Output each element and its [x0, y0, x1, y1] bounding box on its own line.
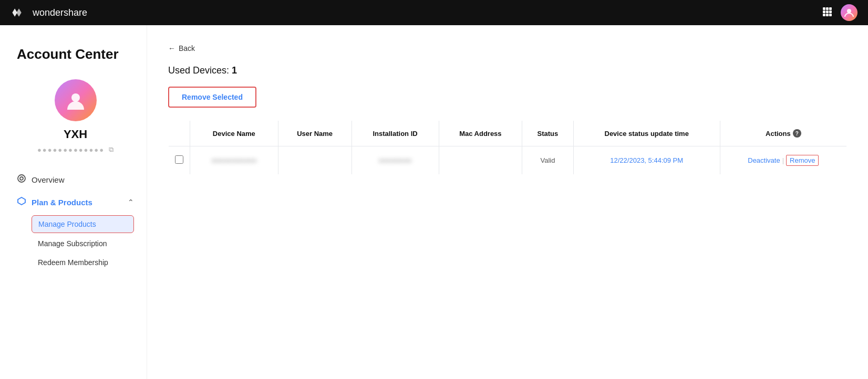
grid-icon[interactable] — [822, 6, 832, 19]
logo-text: wondershare — [33, 7, 87, 18]
used-devices-count: 1 — [232, 65, 237, 76]
user-avatar-section: YXH ●●●●●●●●●●●●● ⧉ — [17, 79, 134, 154]
copy-icon[interactable]: ⧉ — [109, 145, 113, 154]
devices-table: Device Name User Name Installation ID Ma… — [168, 120, 847, 175]
avatar[interactable] — [841, 4, 857, 21]
remove-selected-button[interactable]: Remove Selected — [168, 87, 256, 108]
svg-rect-2 — [829, 7, 832, 10]
svg-point-9 — [847, 9, 851, 13]
chevron-up-icon: ⌃ — [128, 198, 134, 206]
row-installation-id: ●●●●●●●● — [352, 146, 439, 175]
row-status: Valid — [522, 146, 573, 175]
installation-id-blurred: ●●●●●●●● — [379, 156, 412, 164]
table-header-device-name: Device Name — [190, 121, 278, 146]
user-name: YXH — [64, 128, 87, 141]
table-header-actions: Actions ? — [720, 121, 846, 146]
back-arrow-icon: ← — [168, 44, 175, 52]
user-email-row: ●●●●●●●●●●●●● ⧉ — [37, 145, 113, 154]
table-header-update-time: Device status update time — [573, 121, 720, 146]
back-button[interactable]: ← Back — [168, 44, 847, 52]
sidebar-item-manage-subscription[interactable]: Manage Subscription — [32, 235, 134, 252]
svg-point-11 — [18, 175, 25, 182]
plan-products-label: Plan & Products — [32, 198, 92, 207]
svg-point-12 — [20, 177, 23, 180]
svg-rect-5 — [829, 10, 832, 13]
overview-icon — [17, 174, 26, 186]
sidebar-item-plan-products[interactable]: Plan & Products ⌃ — [17, 191, 134, 213]
deactivate-button[interactable]: Deactivate — [748, 156, 780, 164]
svg-rect-4 — [826, 10, 829, 13]
sidebar-item-redeem-membership[interactable]: Redeem Membership — [32, 254, 134, 271]
action-separator: | — [782, 156, 784, 164]
sidebar-title: Account Center — [17, 46, 134, 62]
row-user-name — [278, 146, 352, 175]
sidebar-item-overview[interactable]: Overview — [17, 169, 134, 191]
used-devices-prefix: Used Devices: — [168, 65, 232, 76]
back-label: Back — [179, 44, 195, 52]
plan-products-icon — [17, 196, 26, 208]
svg-point-10 — [71, 93, 80, 102]
sub-nav: Manage Products Manage Subscription Rede… — [17, 215, 134, 271]
svg-rect-8 — [829, 14, 832, 16]
overview-label: Overview — [32, 175, 65, 184]
main-layout: Account Center YXH ●●●●●●●●●●●●● ⧉ — [0, 25, 868, 379]
logo: wondershare — [11, 7, 87, 18]
row-checkbox-cell — [169, 146, 190, 175]
sidebar: Account Center YXH ●●●●●●●●●●●●● ⧉ — [0, 25, 147, 379]
table-header-installation-id: Installation ID — [352, 121, 439, 146]
device-name-blurred: ●●●●●●●●●●● — [211, 156, 256, 164]
svg-rect-1 — [826, 7, 829, 10]
svg-rect-0 — [823, 7, 825, 10]
table-header-checkbox — [169, 121, 190, 146]
actions-label: Actions — [766, 130, 791, 138]
svg-rect-3 — [823, 10, 825, 13]
table-header-mac-address: Mac Address — [439, 121, 522, 146]
row-mac-address — [439, 146, 522, 175]
row-actions-cell: Deactivate | Remove — [720, 146, 846, 175]
row-checkbox[interactable] — [175, 155, 183, 164]
table-header-status: Status — [522, 121, 573, 146]
row-update-time: 12/22/2023, 5:44:09 PM — [573, 146, 720, 175]
plan-products-left: Plan & Products — [17, 196, 92, 208]
topnav-right — [822, 4, 857, 21]
svg-rect-7 — [826, 14, 829, 16]
actions-info-icon[interactable]: ? — [793, 129, 801, 138]
used-devices-label: Used Devices: 1 — [168, 65, 847, 76]
sidebar-nav: Overview Plan & Products ⌃ Manage Produc… — [17, 169, 134, 271]
content-area: ← Back Used Devices: 1 Remove Selected D… — [147, 25, 868, 379]
wondershare-logo-icon — [11, 7, 27, 18]
remove-button[interactable]: Remove — [786, 155, 819, 166]
user-email-text: ●●●●●●●●●●●●● — [37, 146, 105, 154]
table-row: ●●●●●●●●●●● ●●●●●●●● Valid 12/22/2023, 5… — [169, 146, 847, 175]
row-device-name: ●●●●●●●●●●● — [190, 146, 278, 175]
sidebar-item-manage-products[interactable]: Manage Products — [32, 215, 134, 233]
user-avatar-big — [55, 79, 97, 121]
table-header-user-name: User Name — [278, 121, 352, 146]
topnav: wondershare — [0, 0, 868, 25]
svg-rect-6 — [823, 14, 825, 16]
